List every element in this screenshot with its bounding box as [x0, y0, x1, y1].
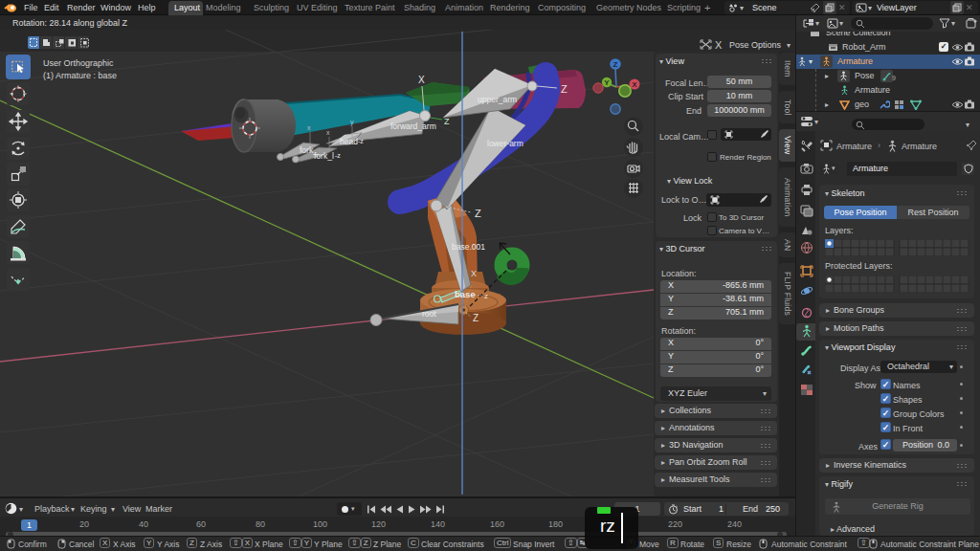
svg-text:x: x [326, 129, 330, 136]
svg-text:lower-arm: lower-arm [487, 139, 523, 148]
svg-text:forward_arm: forward_arm [390, 121, 436, 131]
svg-text:Z: Z [444, 117, 450, 126]
svg-text:fork_l: fork_l [314, 151, 334, 161]
svg-text:upper_arm: upper_arm [478, 95, 517, 104]
svg-text:head: head [340, 137, 358, 146]
svg-text:root: root [422, 309, 436, 319]
svg-text:-z: -z [358, 138, 364, 144]
svg-text:X: X [418, 75, 425, 85]
svg-text:Z: Z [473, 313, 479, 323]
svg-text:base: base [455, 289, 476, 299]
svg-text:Z: Z [475, 208, 481, 219]
svg-text:base.001: base.001 [452, 242, 485, 252]
svg-text:-z: -z [335, 152, 341, 159]
svg-text:z: z [484, 292, 488, 300]
svg-text:Z: Z [613, 60, 618, 69]
svg-text:X: X [471, 269, 477, 278]
svg-text:X: X [632, 80, 637, 89]
svg-text:y: y [350, 119, 354, 126]
svg-text:Y: Y [604, 78, 610, 87]
svg-text:User Orthographic: User Orthographic [43, 58, 114, 68]
svg-text:x: x [307, 124, 311, 131]
svg-text:(1) Armature : base: (1) Armature : base [43, 71, 117, 80]
svg-text:Z: Z [561, 83, 568, 95]
